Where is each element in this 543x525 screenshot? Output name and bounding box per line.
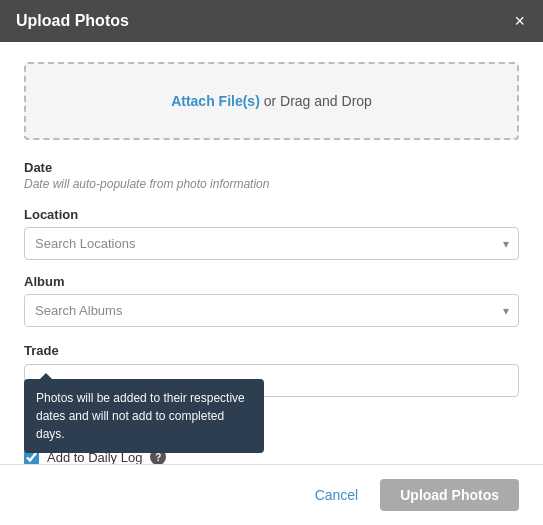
modal-footer: Cancel Upload Photos	[0, 464, 543, 525]
cancel-button[interactable]: Cancel	[305, 481, 369, 509]
date-section: Date Date will auto-populate from photo …	[24, 160, 519, 191]
close-button[interactable]: ×	[512, 12, 527, 30]
date-label: Date	[24, 160, 519, 175]
tooltip-box: Photos will be added to their respective…	[24, 379, 264, 453]
location-group: Location Search Locations ▾	[24, 207, 519, 260]
modal-body: Attach File(s) or Drag and Drop Date Dat…	[0, 42, 543, 464]
modal-title: Upload Photos	[16, 12, 129, 30]
upload-photos-modal: Upload Photos × Attach File(s) or Drag a…	[0, 0, 543, 525]
modal-header: Upload Photos ×	[0, 0, 543, 42]
album-select[interactable]: Search Albums	[24, 294, 519, 327]
location-select[interactable]: Search Locations	[24, 227, 519, 260]
album-label: Album	[24, 274, 519, 289]
album-group: Album Search Albums ▾	[24, 274, 519, 327]
trade-group: Trade Photos will be added to their resp…	[24, 341, 519, 397]
location-select-wrapper: Search Locations ▾	[24, 227, 519, 260]
trade-label: Trade	[24, 343, 59, 358]
date-hint: Date will auto-populate from photo infor…	[24, 177, 519, 191]
attach-files-link[interactable]: Attach File(s)	[171, 93, 260, 109]
location-label: Location	[24, 207, 519, 222]
album-select-wrapper: Search Albums ▾	[24, 294, 519, 327]
drop-zone[interactable]: Attach File(s) or Drag and Drop	[24, 62, 519, 140]
upload-button[interactable]: Upload Photos	[380, 479, 519, 511]
drop-zone-or-text: or Drag and Drop	[260, 93, 372, 109]
tooltip-text: Photos will be added to their respective…	[36, 391, 245, 441]
drop-zone-text: Attach File(s) or Drag and Drop	[171, 93, 372, 109]
